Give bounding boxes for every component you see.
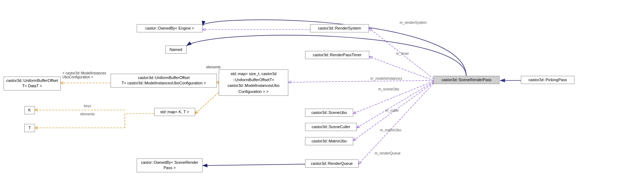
node-scene-render-pass: castor3d::SceneRenderPass <box>433 76 500 84</box>
diagram-container: castor3d::UniformBufferOffsetT< DataT > … <box>0 0 644 183</box>
label-m-scene-ubo: m_sceneUbo <box>378 87 399 91</box>
node-render-system: castor3d::RenderSystem <box>310 24 369 32</box>
node-t: T <box>24 124 35 132</box>
node-matrix-ubo: castor3d::MatrixUbo <box>305 137 353 145</box>
node-k: K <box>24 106 35 114</box>
svg-line-11 <box>288 80 433 82</box>
label-elements-large: elements <box>206 65 221 69</box>
node-ownedby-engine: castor::OwnedBy< Engine > <box>137 24 203 32</box>
node-render-pass-timer: castor3d::RenderPassTimer <box>305 51 369 59</box>
label-elements-small: elements <box>80 112 95 116</box>
node-named: Named <box>165 46 187 54</box>
node-render-queue: castor3d::RenderQueue <box>305 160 359 168</box>
node-scene-ubo: castor3d::SceneUbo <box>305 109 353 117</box>
node-picking-pass: castor3d::PickingPass <box>521 76 574 84</box>
node-ownedby-scene-render-pass: castor::OwnedBy< SceneRenderPass > <box>137 158 203 172</box>
node-std-map-size-t: std::map< size_t, castor3d::UniformBuffe… <box>219 69 288 96</box>
label-modelinstances-ubo: < castor3d::ModelInstancesUboConfigurati… <box>62 71 106 79</box>
label-m-timer: m_timer <box>396 52 409 56</box>
label-m-matrix-ubo: m_matrixUbo <box>380 128 401 132</box>
label-m-culler: m_culler <box>385 109 399 113</box>
node-uniform-buffer-offset-datat: castor3d::UniformBufferOffsetT< DataT > <box>4 77 61 90</box>
svg-line-23 <box>195 93 219 114</box>
label-m-render-queue: m_renderQueue <box>375 151 401 155</box>
node-scene-culler: castor3d::SceneCuller <box>305 123 357 131</box>
node-std-map-kt: std::map< K, T > <box>154 108 195 116</box>
svg-line-16 <box>203 164 305 166</box>
label-m-models-instances: m_modelsInstances <box>370 77 402 80</box>
label-m-render-system: m_renderSystem <box>400 21 427 25</box>
label-keys: keys <box>84 104 91 108</box>
node-uniform-buffer-offset-modelinstances: castor3d::UniformBufferOffsetT< castor3d… <box>111 74 217 88</box>
